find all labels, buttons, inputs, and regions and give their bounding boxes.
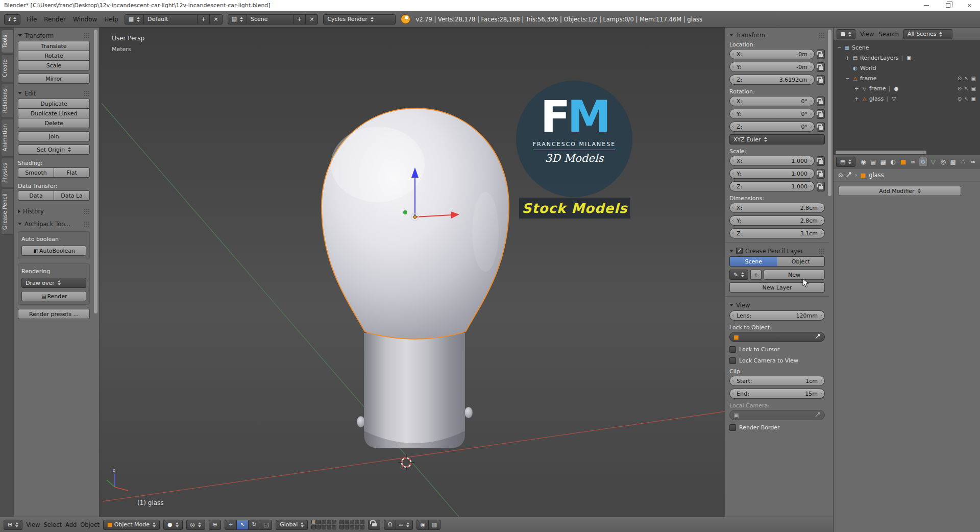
rotate-button[interactable]: Rotate — [18, 51, 90, 61]
shade-flat-button[interactable]: Flat — [54, 167, 90, 178]
eyedropper-icon[interactable] — [815, 412, 821, 419]
layer-toggle[interactable] — [327, 520, 331, 524]
viewport-shading-select[interactable]: ● — [163, 520, 183, 530]
rotation-mode-select[interactable]: XYZ Euler — [729, 134, 825, 144]
expand-icon[interactable]: + — [845, 55, 850, 61]
panel-header-grease-pencil[interactable]: Grease Pencil Layer — [729, 246, 825, 256]
selectable-icon[interactable]: ↖ — [964, 86, 968, 91]
panel-drag-icon[interactable] — [84, 33, 90, 38]
rotation-x-field[interactable]: X:0° — [729, 96, 815, 106]
panel-header-transform[interactable]: Transform — [18, 30, 90, 41]
tree-item-frame-mesh[interactable]: + ▽ frame | ● ⊙ ↖ ▣ — [835, 83, 979, 93]
tab-constraints[interactable]: ∞ — [909, 157, 918, 167]
tree-item-glass-object[interactable]: + △ glass | ▽ ⊙ ↖ ▣ — [835, 93, 979, 104]
lock-rotation-z-button[interactable] — [817, 122, 825, 132]
layer-toggle[interactable] — [311, 525, 316, 529]
panel-drag-icon[interactable] — [84, 90, 90, 96]
layer-toggle[interactable] — [339, 520, 344, 524]
menu-window[interactable]: Window — [72, 16, 98, 23]
toolshelf-tab-relations[interactable]: Relations — [2, 83, 14, 118]
menu-object[interactable]: Object — [80, 521, 99, 528]
lock-to-object-field[interactable]: ■ — [729, 332, 825, 342]
renderable-icon[interactable]: ▣ — [971, 86, 976, 91]
pivot-align-toggle[interactable]: ⊕ — [209, 520, 221, 530]
lock-to-cursor-checkbox[interactable] — [729, 346, 736, 353]
scene-browse-button[interactable]: ▤ — [228, 14, 247, 25]
lens-field[interactable]: Lens:120mm — [729, 310, 825, 321]
join-button[interactable]: Join — [18, 131, 90, 141]
layer-toggle[interactable] — [345, 525, 349, 529]
window-titlebar[interactable]: Blender* [C:\Users\franc\Desktop\12v-inc… — [0, 0, 980, 11]
tab-texture[interactable]: ▩ — [948, 157, 958, 167]
collapse-icon[interactable]: − — [837, 45, 842, 51]
toolshelf-tab-create[interactable]: Create — [2, 54, 14, 82]
restore-button[interactable] — [937, 0, 959, 11]
dimensions-y-field[interactable]: Y:2.8cm — [729, 215, 825, 226]
hide-icon[interactable]: ⊙ — [958, 86, 962, 91]
set-origin-menu[interactable]: Set Origin — [18, 144, 90, 155]
pin-icon[interactable]: ⊙ — [838, 172, 843, 179]
panel-header-history[interactable]: History — [18, 206, 90, 216]
location-x-field[interactable]: X:-0m — [729, 49, 815, 59]
manipulator-translate-toggle[interactable]: ↖ — [236, 520, 249, 530]
panel-header-transform-n[interactable]: Transform — [729, 30, 825, 40]
menu-help[interactable]: Help — [103, 16, 119, 23]
add-scene-button[interactable]: + — [293, 14, 306, 25]
autoboolean-button[interactable]: ◧ AutoBoolean — [21, 246, 86, 256]
outliner-menu-search[interactable]: Search — [879, 31, 899, 38]
manipulator-z-arrow[interactable] — [411, 167, 419, 178]
expand-icon[interactable]: + — [854, 96, 860, 102]
tab-object[interactable]: ■ — [899, 157, 908, 167]
dimensions-x-field[interactable]: X:2.8cm — [729, 203, 825, 213]
manipulator-rotate-toggle[interactable]: ↻ — [248, 520, 260, 530]
rotation-z-field[interactable]: Z:0° — [729, 122, 815, 132]
snap-element-select[interactable]: ▱ — [396, 520, 413, 530]
gp-new-layer-button[interactable]: New Layer — [729, 282, 825, 293]
layer-toggle[interactable] — [345, 520, 349, 524]
tab-render[interactable]: ◉ — [859, 157, 868, 167]
lock-location-y-button[interactable] — [817, 62, 825, 72]
dimensions-z-field[interactable]: Z:3.1cm — [729, 228, 825, 238]
lock-location-z-button[interactable] — [817, 75, 825, 85]
translate-button[interactable]: Translate — [18, 41, 90, 51]
menu-file[interactable]: File — [26, 16, 38, 23]
scale-button[interactable]: Scale — [18, 60, 90, 70]
layer-toggle[interactable] — [360, 525, 364, 529]
toolshelf-tab-tools[interactable]: Tools — [2, 30, 14, 53]
toolshelf-scrollbar[interactable] — [94, 30, 97, 313]
duplicate-button[interactable]: Duplicate — [18, 99, 90, 109]
grease-pencil-checkbox[interactable] — [736, 248, 743, 254]
panel-drag-icon[interactable] — [84, 208, 90, 214]
renderable-icon[interactable]: ▣ — [971, 76, 976, 81]
manipulator-toggle[interactable]: + — [225, 520, 237, 530]
layer-toggle[interactable] — [322, 525, 326, 529]
layer-toggle[interactable] — [350, 520, 354, 524]
lock-camera-checkbox[interactable] — [729, 357, 736, 364]
panel-drag-icon[interactable] — [84, 221, 90, 227]
manipulator-scale-toggle[interactable]: ◱ — [260, 520, 272, 530]
layer-toggle[interactable] — [355, 525, 359, 529]
render-border-checkbox[interactable] — [729, 424, 736, 431]
layer-toggle[interactable] — [311, 520, 316, 524]
manipulator-y-handle[interactable] — [403, 210, 407, 214]
menu-render[interactable]: Render — [43, 16, 67, 23]
eyedropper-icon[interactable] — [815, 333, 821, 341]
selectable-icon[interactable]: ↖ — [964, 96, 968, 102]
layer-toggle[interactable] — [316, 520, 321, 524]
data-transfer-data-button[interactable]: Data — [18, 190, 54, 201]
layer-toggle[interactable] — [355, 520, 359, 524]
outliner-display-mode-select[interactable]: All Scenes — [903, 29, 952, 39]
draw-over-select[interactable]: Draw over — [21, 278, 86, 288]
hide-icon[interactable]: ⊙ — [958, 96, 962, 102]
manipulator-x-arrow[interactable] — [451, 211, 459, 219]
layer-toggle[interactable] — [332, 525, 336, 529]
npanel-scrollbar[interactable] — [828, 30, 831, 196]
add-modifier-menu[interactable]: Add Modifier — [839, 186, 961, 196]
shade-smooth-button[interactable]: Smooth — [18, 167, 54, 178]
layer-toggle[interactable] — [327, 525, 331, 529]
panel-header-edit[interactable]: Edit — [18, 88, 90, 99]
tab-material[interactable]: ◎ — [939, 157, 948, 167]
lock-scale-x-button[interactable] — [817, 156, 825, 166]
selectable-icon[interactable]: ↖ — [964, 76, 968, 81]
delete-scene-button[interactable]: × — [305, 14, 318, 25]
